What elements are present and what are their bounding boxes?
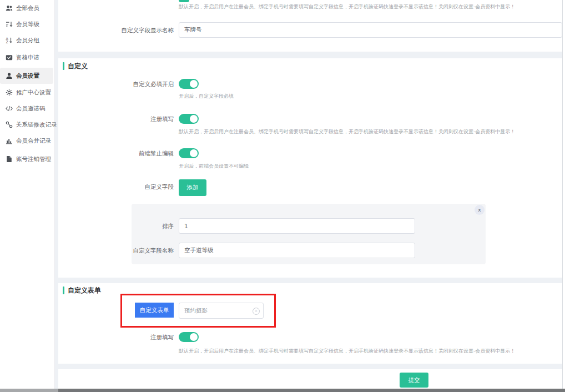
form-register-note: 默认开启，开启后用户在注册会员、绑定手机号时需要填写自定义字段信息，开启手机验证… [179, 348, 515, 354]
custom-fields-label: 自定义字段 [58, 183, 174, 190]
sidebar-item-account-cancel-manage[interactable]: 账号注销管理 [0, 151, 54, 167]
approval-icon [6, 54, 13, 61]
close-icon[interactable]: x [475, 205, 485, 215]
sidebar-item-all-members[interactable]: 全部会员 [0, 0, 54, 16]
sidebar-item-label: 会员分组 [16, 37, 39, 44]
sidebar-item-label: 推广中心设置 [16, 89, 51, 97]
main-content: 默认开启，开启后用户在注册会员、绑定手机号时需要填写自定义字段信息，开启手机验证… [58, 0, 562, 389]
submit-button[interactable]: 提交 [400, 373, 428, 388]
display-name-card: 默认开启，开启后用户在注册会员、绑定手机号时需要填写自定义字段信息，开启手机验证… [58, 0, 562, 52]
register-fill-label: 注册填写 [58, 115, 174, 123]
sidebar-item-label: 资格申请 [16, 54, 39, 62]
custom-form-card: 自定义表单 自定义表单 × 注册填写 默认开启，开启后用户在注册会员、绑定手机号… [58, 283, 562, 364]
sidebar-item-label: 会员邀请码 [16, 105, 46, 113]
field-name-input[interactable] [179, 243, 415, 258]
sidebar-item-relation-chain-log[interactable]: 关系链修改记录 [0, 117, 54, 133]
display-name-label: 自定义字段显示名称 [58, 27, 174, 34]
sidebar-item-member-merge-log[interactable]: 会员合并记录 [0, 133, 54, 149]
gear-icon [6, 89, 13, 96]
sidebar-item-member-invite-code[interactable]: 会员邀请码 [0, 100, 54, 117]
sidebar-item-member-groups[interactable]: AZ 会员分组 [0, 32, 54, 48]
toggle-partial[interactable] [179, 0, 189, 2]
section-accent-bar [63, 287, 64, 294]
sort-descending-icon [6, 21, 13, 28]
sidebar-item-member-settings[interactable]: 会员设置 [0, 68, 53, 84]
register-fill-note: 默认开启，开启后用户在注册会员、绑定手机号时需要填写自定义字段信息，开启手机验证… [179, 128, 515, 135]
sidebar-item-label: 账号注销管理 [16, 155, 51, 163]
annotation-rectangle [120, 294, 276, 328]
sidebar: 全部会员 会员等级 AZ 会员分组 资格申请 会员设置 推广中心设置 会员邀请码 [0, 0, 55, 389]
sort-az-icon: AZ [6, 37, 13, 44]
window-bottom-edge [58, 389, 565, 392]
sidebar-item-member-levels[interactable]: 会员等级 [0, 16, 54, 32]
window-bottom-edge [0, 389, 58, 392]
form-register-label: 注册填写 [58, 334, 174, 341]
app-window: 全部会员 会员等级 AZ 会员分组 资格申请 会员设置 推广中心设置 会员邀请码 [0, 0, 565, 392]
sidebar-item-label: 会员合并记录 [16, 137, 51, 145]
link-icon [6, 121, 13, 128]
sidebar-item-qualification-apply[interactable]: 资格申请 [0, 49, 54, 66]
sidebar-item-promotion-center-settings[interactable]: 推广中心设置 [0, 84, 54, 100]
sidebar-item-label: 会员等级 [16, 21, 39, 28]
sidebar-item-label: 关系链修改记录 [16, 121, 57, 129]
custom-field-panel: x 排序 自定义字段名称 [132, 204, 486, 264]
svg-text:Z: Z [6, 40, 8, 44]
code-icon [6, 105, 13, 112]
field-name-label: 自定义字段名称 [132, 247, 174, 254]
section-accent-bar [63, 62, 64, 70]
frontend-lock-label: 前端禁止编辑 [58, 150, 174, 157]
register-fill-toggle[interactable] [179, 114, 199, 124]
footer-bar: 提交 [58, 369, 562, 389]
custom-required-note: 开启后，自定义字段必填 [179, 93, 234, 99]
section-title: 自定义表单 [68, 287, 101, 294]
custom-required-toggle[interactable] [179, 79, 199, 89]
sort-input[interactable] [179, 218, 415, 234]
scrollbar-rail[interactable] [562, 0, 565, 389]
users-icon [6, 4, 13, 12]
custom-section-card: 自定义 自定义必填开启 开启后，自定义字段必填 注册填写 默认开启，开启后用户在… [58, 58, 562, 278]
add-field-button[interactable]: 添加 [179, 179, 206, 196]
custom-required-label: 自定义必填开启 [58, 81, 174, 88]
bar-chart-icon [6, 137, 13, 144]
form-register-toggle[interactable] [179, 332, 199, 342]
frontend-lock-note: 开启后，前端会员设置不可编辑 [179, 163, 249, 169]
toggle-note: 默认开启，开启后用户在注册会员、绑定手机号时需要填写自定义字段信息，开启手机验证… [179, 3, 515, 10]
sidebar-item-label: 全部会员 [16, 4, 39, 12]
sidebar-item-label: 会员设置 [16, 72, 39, 80]
display-name-input[interactable] [179, 22, 562, 38]
document-icon [6, 155, 13, 163]
sort-label: 排序 [132, 223, 174, 230]
frontend-lock-toggle[interactable] [179, 148, 199, 158]
user-icon [6, 72, 13, 79]
section-title: 自定义 [68, 62, 88, 70]
